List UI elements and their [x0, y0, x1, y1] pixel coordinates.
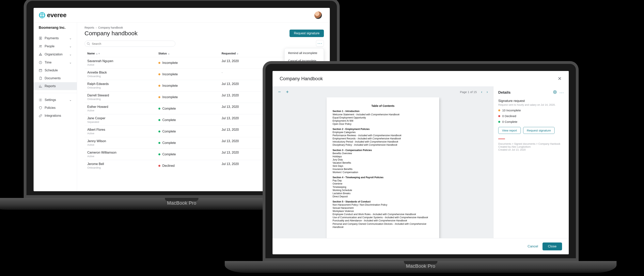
next-page-icon[interactable]: › — [486, 90, 488, 94]
zoom-out-icon[interactable]: − — [278, 89, 281, 95]
more-icon[interactable]: ··· — [560, 90, 564, 95]
logo: everee — [39, 11, 66, 19]
row-status: Incomplete — [162, 84, 178, 88]
col-status[interactable]: Status▲ — [158, 52, 222, 55]
status-dot — [498, 109, 500, 111]
app-header: everee — [34, 8, 330, 22]
sidebar-item-schedule[interactable]: Schedule — [34, 66, 77, 74]
row-status: Complete — [162, 118, 176, 122]
request-signature-button-2[interactable]: Request signature — [523, 127, 555, 134]
gear-icon[interactable] — [553, 90, 557, 95]
chevron-down-icon: ⌄ — [69, 36, 72, 40]
status-dot — [498, 115, 500, 117]
doc-line: Introductory Period - Included with Comp… — [332, 140, 433, 143]
sidebar-item-policies[interactable]: Policies — [34, 104, 77, 112]
status-dot — [158, 131, 160, 133]
doc-section-heading: Section 2 - Employment Policies — [332, 128, 433, 131]
status-dot — [158, 73, 160, 75]
avatar[interactable] — [314, 11, 322, 19]
doc-line: Sexual Harassment — [332, 206, 433, 210]
zoom-in-icon[interactable]: + — [286, 89, 289, 95]
svg-point-12 — [40, 99, 41, 100]
clock-icon — [39, 61, 42, 64]
prev-page-icon[interactable]: ‹ — [481, 90, 482, 94]
status-dot — [158, 153, 160, 155]
row-sub: Active — [87, 143, 158, 146]
doc-line: Disciplinary Policy - Included with Comp… — [332, 143, 433, 146]
doc-line: Performance Reviews - Included with Comp… — [332, 134, 433, 137]
row-name: Cameron Williamson — [87, 151, 158, 154]
doc-viewer: − + Page 1 of 15 ‹ › Table of Contents S… — [272, 86, 493, 238]
view-report-button[interactable]: View report — [498, 127, 521, 134]
row-name: Esther Howard — [87, 105, 158, 109]
row-name: Savannah Nguyen — [87, 59, 158, 63]
svg-line-14 — [89, 44, 90, 45]
close-button[interactable]: Close — [542, 243, 562, 250]
doc-line: Benefits Overview — [332, 152, 433, 155]
col-name[interactable]: Name▲▼ — [87, 52, 158, 55]
doc-line: Timekeeping — [332, 185, 433, 189]
row-name: Darrell Steward — [87, 94, 158, 97]
stat-label: 0 Declined — [502, 114, 516, 118]
doc-line: Punctuality and Attendance - Included wi… — [332, 219, 433, 222]
sidebar-item-reports[interactable]: Reports — [34, 82, 77, 90]
sidebar-item-people[interactable]: People ⌄ — [34, 42, 77, 50]
row-sub: Active — [87, 63, 158, 66]
doc-line: Welcome Statement - Included with Compre… — [332, 113, 433, 116]
sidebar-item-label: Reports — [45, 84, 56, 88]
more-button[interactable]: ··· — [316, 40, 324, 47]
divider — [34, 93, 77, 93]
doc-line: Employee Conduct and Work Rules - Includ… — [332, 213, 433, 216]
org-name: Boomerang Inc. — [34, 26, 77, 34]
created-by: Created by Alex Longbottom — [498, 145, 564, 148]
doc-line: Non-Harassment Policy / Non-Discriminati… — [332, 203, 433, 206]
cancel-button[interactable]: Cancel — [528, 245, 538, 248]
search-icon — [87, 42, 90, 46]
report-icon — [39, 84, 42, 88]
row-sub: Onboarding — [87, 75, 158, 78]
status-dot — [498, 121, 500, 123]
doc-icon — [39, 77, 42, 80]
col-requested[interactable]: Requested◆ — [222, 52, 281, 55]
details-crumb: Documents > Signed documents > Company H… — [498, 142, 564, 145]
doc-line: Sick Days — [332, 164, 433, 168]
crumb-reports[interactable]: Reports — [84, 26, 94, 29]
laptop-brand: MacBook Pro — [406, 263, 435, 269]
row-name: Annette Black — [87, 71, 158, 74]
sidebar: Boomerang Inc. Payments ⌄ People ⌄ Organ… — [34, 22, 77, 191]
close-icon[interactable]: ✕ — [558, 76, 562, 81]
doc-line: Workplace Violence — [332, 210, 433, 213]
menu-remind-all[interactable]: Remind all incomplete — [284, 49, 324, 57]
row-sub: Onboarding — [87, 86, 158, 89]
modal-header: Company Handbook ✕ — [272, 71, 569, 86]
sidebar-item-label: Policies — [45, 106, 56, 110]
status-dot — [158, 108, 160, 110]
page-label: Page 1 of 15 — [460, 90, 477, 94]
status-dot — [158, 85, 160, 87]
sidebar-item-settings[interactable]: Settings ⌄ — [34, 96, 77, 104]
sidebar-item-integrations[interactable]: Integrations — [34, 112, 77, 120]
doc-line: Equal Employment Opportunity — [332, 116, 433, 119]
doc-line: Overtime — [332, 182, 433, 185]
row-status: Complete — [162, 141, 176, 145]
doc-line: Jury Duty — [332, 158, 433, 161]
doc-line: Personal and Company Owned Communication… — [332, 222, 433, 229]
sidebar-item-payments[interactable]: Payments ⌄ — [34, 34, 77, 42]
doc-section-heading: Section 1 - Introduction — [332, 110, 433, 113]
search-input[interactable] — [84, 41, 175, 47]
sidebar-item-documents[interactable]: Documents — [34, 74, 77, 82]
chevron-down-icon: ⌄ — [69, 61, 72, 64]
row-name: Ralph Edwards — [87, 82, 158, 86]
doc-line: Workers' Compensation — [332, 171, 433, 174]
created-on: Created on Jul 13, 2020 — [498, 148, 564, 151]
laptop-brand: MacBook Pro — [167, 200, 196, 206]
row-status: Incomplete — [162, 73, 178, 76]
crumb-page: Company handbook — [98, 26, 123, 29]
sidebar-item-label: Time — [45, 61, 52, 64]
sidebar-item-label: Organization — [45, 53, 62, 56]
request-signature-button[interactable]: Request signature — [290, 29, 324, 37]
sidebar-item-organization[interactable]: Organization ⌄ — [34, 50, 77, 58]
cal-icon — [39, 69, 42, 72]
sidebar-item-time[interactable]: Time ⌄ — [34, 58, 77, 66]
status-dot — [158, 62, 160, 64]
